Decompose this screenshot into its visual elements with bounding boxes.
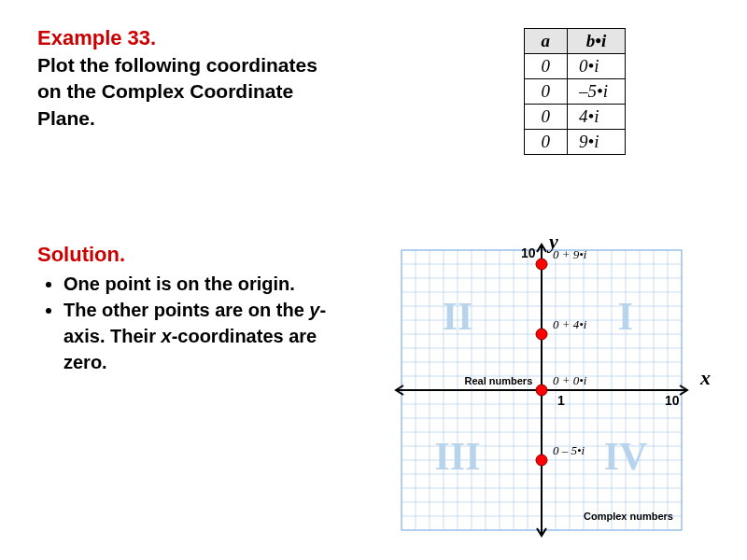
svg-text:Real numbers: Real numbers — [465, 375, 533, 386]
svg-text:III: III — [434, 435, 480, 478]
solution-list: One point is on the origin. The other po… — [47, 271, 364, 375]
svg-text:0 + 0•i: 0 + 0•i — [553, 373, 587, 387]
svg-text:0 + 4•i: 0 + 4•i — [553, 317, 587, 331]
svg-text:10: 10 — [665, 393, 680, 408]
cell-a: 0 — [524, 79, 568, 105]
svg-text:10: 10 — [521, 245, 536, 260]
table-header-row: a b•i — [524, 29, 625, 54]
cell-bi: –5•i — [568, 79, 626, 105]
svg-text:I: I — [618, 295, 633, 338]
svg-text:IV: IV — [604, 435, 648, 478]
table-row: 0 4•i — [524, 105, 625, 130]
cell-bi: 9•i — [568, 130, 626, 155]
cell-a: 0 — [524, 54, 568, 79]
svg-point-58 — [536, 455, 547, 466]
svg-point-60 — [536, 329, 547, 340]
table-row: 0 –5•i — [524, 79, 625, 105]
example-title: Example 33. — [37, 26, 156, 50]
example-prompt: Plot the following coordinates on the Co… — [37, 52, 336, 132]
table-row: 0 0•i — [524, 54, 625, 79]
bullet2-text-a: The other points are on the — [63, 300, 309, 320]
cell-a: 0 — [524, 130, 568, 155]
svg-text:II: II — [443, 295, 473, 338]
table-header-a: a — [524, 29, 568, 54]
bullet2-x: x — [162, 326, 172, 346]
svg-text:0 + 9•i: 0 + 9•i — [553, 247, 587, 261]
svg-text:Complex numbers: Complex numbers — [584, 511, 673, 522]
solution-bullet-2: The other points are on the y-axis. Thei… — [63, 297, 364, 375]
coordinates-table: a b•i 0 0•i 0 –5•i 0 4•i 0 9•i — [524, 28, 626, 155]
cell-bi: 4•i — [568, 105, 626, 130]
svg-text:1: 1 — [557, 393, 565, 408]
complex-plane-chart: IIIIIIIVxy11010Real numbersComplex numbe… — [383, 233, 719, 551]
solution-bullet-1: One point is on the origin. — [63, 271, 364, 297]
table-header-bi: b•i — [568, 29, 626, 54]
svg-text:0 – 5•i: 0 – 5•i — [553, 443, 585, 457]
svg-point-56 — [536, 385, 547, 396]
svg-point-62 — [536, 259, 547, 270]
cell-bi: 0•i — [568, 54, 626, 79]
svg-text:x: x — [699, 366, 711, 389]
cell-a: 0 — [524, 105, 568, 130]
solution-title: Solution. — [37, 243, 125, 267]
table-row: 0 9•i — [524, 130, 625, 155]
bullet2-y: y — [309, 300, 319, 320]
